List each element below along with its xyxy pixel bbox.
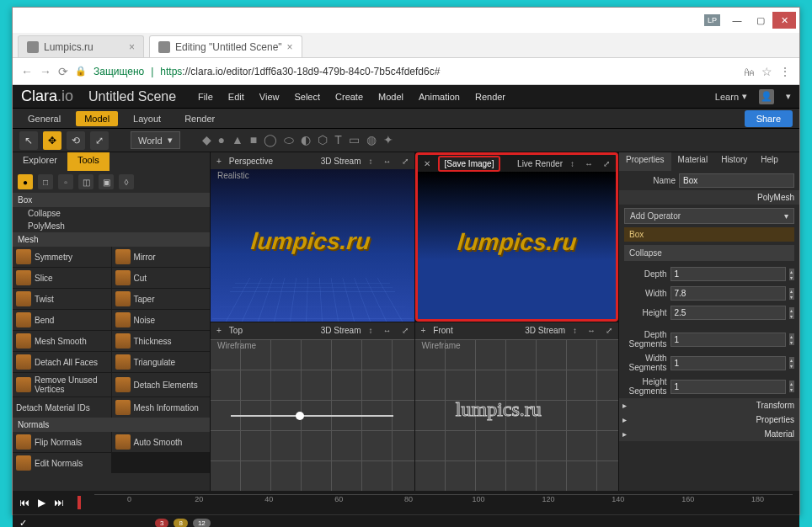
tool-scale[interactable]: ⤢ — [90, 131, 109, 150]
tool-symmetry[interactable]: Symmetry — [13, 247, 111, 267]
mode-icon[interactable]: ◊ — [119, 174, 134, 189]
vp-expand-icon[interactable]: ⤢ — [601, 159, 612, 168]
right-tab-properties[interactable]: Properties — [619, 152, 671, 171]
vp-resize-icon[interactable]: ↔ — [381, 326, 394, 335]
tool-mesh-information[interactable]: Mesh Information — [112, 397, 211, 418]
mode-icon[interactable]: ● — [18, 174, 33, 189]
shape-icon[interactable]: ▭ — [349, 133, 360, 147]
nav-reload-icon[interactable]: ⟳ — [58, 65, 68, 78]
depth-seg-input[interactable] — [670, 333, 786, 347]
shape-icon[interactable]: ⬡ — [318, 133, 328, 147]
timeline-first-button[interactable]: ⏮ — [19, 497, 29, 508]
sec-tab-layout[interactable]: Layout — [125, 111, 169, 126]
menu-file[interactable]: File — [198, 92, 213, 102]
tool-rotate[interactable]: ⟲ — [67, 131, 85, 150]
shape-icon[interactable]: ⬭ — [284, 133, 294, 147]
status-pill-warning[interactable]: 8 — [174, 519, 187, 527]
minimize-button[interactable]: — — [725, 12, 749, 29]
shape-icon[interactable]: ◯ — [264, 133, 277, 147]
bookmark-icon[interactable]: ☆ — [761, 65, 772, 78]
tab-editing[interactable]: Editing "Untitled Scene" × — [149, 35, 302, 57]
menu-icon[interactable]: ⋮ — [779, 65, 791, 78]
nav-forward-icon[interactable]: → — [40, 65, 51, 78]
tab-close-icon[interactable]: × — [129, 41, 135, 53]
tool-mesh-smooth[interactable]: Mesh Smooth — [13, 331, 111, 351]
maximize-button[interactable]: ▢ — [749, 12, 772, 29]
playhead-icon[interactable] — [77, 496, 81, 509]
height-input[interactable] — [670, 306, 786, 320]
url-field[interactable]: https://clara.io/editor/1dff6a30-18d9-47… — [160, 66, 736, 77]
tool-slice[interactable]: Slice — [13, 268, 111, 288]
vp-expand-icon[interactable]: ⤢ — [399, 326, 411, 335]
tool-twist[interactable]: Twist — [13, 289, 111, 309]
menu-model[interactable]: Model — [378, 92, 403, 102]
shape-icon[interactable]: ◐ — [301, 133, 311, 147]
section-material[interactable]: ▸Material — [619, 427, 799, 441]
tool-mirror[interactable]: Mirror — [112, 247, 211, 267]
height-spinner[interactable]: ▴▾ — [789, 307, 794, 319]
user-icon[interactable]: 👤 — [759, 89, 774, 104]
depth-spinner[interactable]: ▴▾ — [789, 269, 794, 280]
tool-triangulate[interactable]: Triangulate — [112, 352, 211, 372]
menu-create[interactable]: Create — [335, 92, 363, 102]
vp-add-icon[interactable]: + — [419, 326, 429, 335]
mode-icon[interactable]: ◫ — [78, 174, 93, 189]
viewport-perspective[interactable]: + Perspective 3D Stream ↕ ↔ ⤢ Realistic … — [211, 152, 414, 322]
vp-resize-icon[interactable]: ↕ — [568, 159, 577, 168]
vp-mode[interactable]: 3D Stream — [525, 326, 565, 335]
text-tool-icon[interactable]: T — [334, 133, 342, 147]
vp-close-icon[interactable]: ✕ — [421, 159, 433, 168]
vp-resize-icon[interactable]: ↔ — [585, 326, 598, 335]
vp-resize-icon[interactable]: ↔ — [381, 157, 394, 166]
menu-view[interactable]: View — [259, 92, 280, 102]
vp-add-icon[interactable]: + — [214, 157, 224, 166]
vp-live-render[interactable]: Live Render — [517, 159, 563, 168]
tool-edit-normals[interactable]: Edit Normals — [13, 453, 111, 473]
menu-edit[interactable]: Edit — [228, 92, 244, 102]
tree-polymesh[interactable]: PolyMesh — [13, 220, 210, 232]
right-tab-help[interactable]: Help — [754, 152, 785, 171]
user-chevron-icon[interactable]: ▾ — [786, 91, 791, 102]
nav-back-icon[interactable]: ← — [21, 65, 33, 78]
vp-resize-icon[interactable]: ↕ — [570, 326, 580, 335]
share-button[interactable]: Share — [745, 110, 793, 127]
right-tab-material[interactable]: Material — [671, 152, 715, 171]
name-input[interactable] — [679, 173, 794, 188]
save-image-button[interactable]: [Save Image] — [438, 156, 501, 172]
menu-animation[interactable]: Animation — [419, 92, 460, 102]
menu-select[interactable]: Select — [294, 92, 320, 102]
width-seg-input[interactable] — [670, 356, 786, 370]
mode-icon[interactable]: ▫ — [58, 174, 73, 189]
world-select[interactable]: World▾ — [131, 131, 180, 149]
mode-icon[interactable]: ▣ — [99, 174, 114, 189]
shape-icon[interactable]: ▲ — [232, 133, 243, 147]
tool-cut[interactable]: Cut — [112, 268, 211, 288]
left-tab-explorer[interactable]: Explorer — [13, 152, 67, 171]
tool-detach-faces[interactable]: Detach All Faces — [13, 352, 111, 372]
tool-taper[interactable]: Taper — [112, 289, 211, 309]
height-seg-input[interactable] — [670, 380, 786, 394]
sec-tab-render[interactable]: Render — [176, 111, 223, 126]
viewport-render[interactable]: ✕ [Save Image] Live Render ↕ ↔ ⤢ lumpics… — [415, 152, 619, 322]
viewport-top[interactable]: + Top 3D Stream ↕ ↔ ⤢ Wireframe — [211, 322, 414, 492]
depth-input[interactable] — [670, 267, 786, 281]
shape-icon[interactable]: ◆ — [202, 133, 211, 147]
vp-mode[interactable]: 3D Stream — [321, 157, 361, 166]
tool-move[interactable]: ✥ — [43, 131, 61, 150]
collapse-button[interactable]: Collapse — [624, 245, 794, 261]
close-button[interactable]: ✕ — [772, 12, 796, 29]
status-pill-error[interactable]: 3 — [155, 519, 168, 527]
vp-resize-icon[interactable]: ↕ — [366, 157, 376, 166]
learn-menu[interactable]: Learn▾ — [715, 91, 747, 102]
add-operator-select[interactable]: Add Operator▾ — [624, 208, 794, 224]
vp-add-icon[interactable]: + — [214, 326, 224, 335]
right-tab-history[interactable]: History — [714, 152, 754, 171]
vp-resize-icon[interactable]: ↕ — [366, 326, 376, 335]
tool-flip-normals[interactable]: Flip Normals — [13, 432, 111, 452]
mode-icon[interactable]: □ — [38, 174, 53, 189]
tool-remove-vertices[interactable]: Remove Unused Vertices — [13, 373, 111, 397]
width-spinner[interactable]: ▴▾ — [789, 288, 794, 300]
tool-auto-smooth[interactable]: Auto Smooth — [112, 432, 211, 452]
tab-close-icon[interactable]: × — [287, 41, 293, 53]
vp-resize-icon[interactable]: ↔ — [582, 159, 596, 168]
